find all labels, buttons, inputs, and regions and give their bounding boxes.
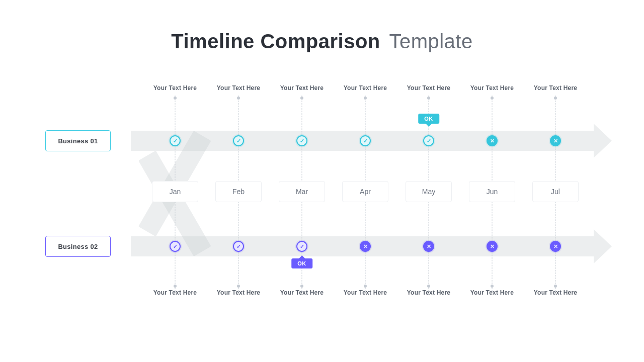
dot-marker: [300, 285, 303, 288]
top-annotation-label: Your Text Here: [524, 84, 587, 92]
status-node-check: ✓: [233, 135, 244, 146]
month-label: Jan: [152, 181, 198, 202]
status-node-check: ✓: [296, 135, 307, 146]
dot-marker: [427, 285, 430, 288]
timeline-column: Your Text Here✕Jun✕Your Text Here: [460, 75, 524, 337]
business-2-label: Business 02: [45, 236, 111, 257]
dot-marker: [237, 285, 240, 288]
top-annotation-label: Your Text Here: [460, 84, 524, 92]
dot-marker: [300, 97, 303, 100]
month-label: Jul: [532, 181, 579, 202]
dot-marker: [237, 97, 240, 100]
status-node-cross: ✕: [550, 241, 561, 252]
top-annotation-label: Your Text Here: [270, 84, 334, 92]
status-node-check: ✓: [170, 241, 181, 252]
month-label: Apr: [342, 181, 388, 202]
top-annotation-label: Your Text Here: [397, 84, 460, 92]
dot-marker: [554, 97, 557, 100]
status-node-cross: ✕: [487, 135, 498, 146]
status-node-check: ✓: [423, 135, 434, 146]
timeline-stage: Business 01 Business 02 Your Text Here✓J…: [45, 75, 604, 337]
status-node-check: ✓: [296, 241, 307, 252]
dot-marker: [554, 285, 557, 288]
status-node-check: ✓: [233, 241, 244, 252]
dot-marker: [174, 97, 177, 100]
timeline-column: Your Text Here✓Jan✓Your Text Here: [143, 75, 207, 337]
title-bold: Timeline Comparison: [171, 30, 380, 52]
bottom-annotation-label: Your Text Here: [460, 289, 524, 296]
tooltip-ok-bottom: OK: [291, 258, 312, 268]
status-node-cross: ✕: [487, 241, 498, 252]
status-node-cross: ✕: [360, 241, 371, 252]
dot-marker: [364, 285, 367, 288]
month-label: May: [406, 181, 452, 202]
business-1-label: Business 01: [45, 130, 111, 151]
timeline-columns: Your Text Here✓Jan✓Your Text HereYour Te…: [143, 75, 586, 337]
bottom-annotation-label: Your Text Here: [143, 289, 207, 296]
page-title: Timeline Comparison Template: [0, 30, 644, 53]
bottom-annotation-label: Your Text Here: [334, 289, 397, 296]
status-node-check: ✓: [360, 135, 371, 146]
month-label: Mar: [279, 181, 325, 202]
top-annotation-label: Your Text Here: [143, 84, 207, 92]
dot-marker: [364, 97, 367, 100]
dot-marker: [427, 97, 430, 100]
status-node-cross: ✕: [550, 135, 561, 146]
timeline-column: Your Text Here✓Feb✓Your Text Here: [207, 75, 270, 337]
top-annotation-label: Your Text Here: [334, 84, 397, 92]
top-annotation-label: Your Text Here: [207, 84, 270, 92]
bottom-annotation-label: Your Text Here: [270, 289, 334, 296]
dot-marker: [491, 97, 494, 100]
dot-marker: [491, 285, 494, 288]
status-node-cross: ✕: [423, 241, 434, 252]
status-node-check: ✓: [170, 135, 181, 146]
timeline-column: Your Text Here✓Mar✓OKYour Text Here: [270, 75, 334, 337]
title-light: Template: [389, 30, 472, 52]
bottom-annotation-label: Your Text Here: [207, 289, 270, 296]
timeline-column: Your Text Here✓Apr✕Your Text Here: [334, 75, 397, 337]
month-label: Feb: [215, 181, 262, 202]
timeline-column: Your Text Here✕Jul✕Your Text Here: [524, 75, 587, 337]
bottom-annotation-label: Your Text Here: [524, 289, 587, 296]
month-label: Jun: [469, 181, 515, 202]
dot-marker: [174, 285, 177, 288]
bottom-annotation-label: Your Text Here: [397, 289, 460, 296]
timeline-column: Your Text Here✓OKMay✕Your Text Here: [397, 75, 460, 337]
tooltip-ok-top: OK: [418, 114, 439, 124]
